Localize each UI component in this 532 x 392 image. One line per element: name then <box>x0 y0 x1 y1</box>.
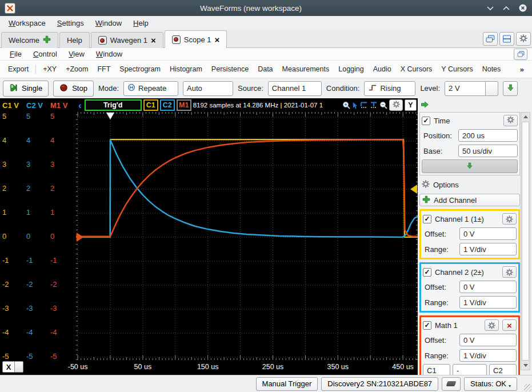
device-icon[interactable] <box>442 377 461 391</box>
tab-help[interactable]: Help <box>59 32 90 48</box>
menu-item-control[interactable]: Control <box>28 49 62 59</box>
math-1-checkbox[interactable]: ✓ <box>423 321 431 330</box>
resize-grip[interactable] <box>524 384 531 391</box>
time-checkbox[interactable]: ✓ <box>422 117 430 125</box>
device-button[interactable]: Discovery2 SN:210321ABDE87 <box>321 377 438 391</box>
channel-2-2--range-select[interactable]: 1 V/div <box>459 296 517 309</box>
condition-select[interactable]: Rising <box>364 81 415 96</box>
toolbar-item-fft[interactable]: FFT <box>93 63 115 75</box>
toolbar-item-histogram[interactable]: Histogram <box>165 63 207 75</box>
channel-2-2--checkbox[interactable]: ✓ <box>423 268 431 277</box>
math-1-range-select[interactable]: 1 V/div <box>459 349 517 362</box>
menu-item-workspace[interactable]: Workspace <box>3 18 51 29</box>
minimize-icon[interactable] <box>486 6 494 11</box>
collapse-left-icon[interactable]: ‹ <box>77 101 83 110</box>
mode-select[interactable]: Repeated <box>123 81 178 96</box>
tile-windows-icon[interactable] <box>499 32 514 46</box>
base-select[interactable]: 50 us/div <box>458 145 518 157</box>
manual-trigger-button[interactable]: Manual Trigger <box>256 377 318 391</box>
axis-column-m1-v: M1 V <box>50 101 67 110</box>
axis-value: -3 <box>26 304 47 313</box>
stop-button[interactable]: Stop <box>53 81 94 97</box>
undock-window-icon[interactable] <box>514 49 527 60</box>
level-autoset-button[interactable] <box>503 81 518 96</box>
cascade-windows-icon[interactable] <box>483 32 498 46</box>
channel-1-1--checkbox[interactable]: ✓ <box>423 215 431 223</box>
toolbar-overflow-icon[interactable]: » <box>515 65 529 74</box>
y-axis-gutter: C1 V543210-1-2-3-4-5C2 V543210-1-2-3-4-5… <box>0 98 76 375</box>
channel-1-1--offset-select[interactable]: 0 V <box>459 227 517 240</box>
toolbar-item-persistence[interactable]: Persistence <box>207 63 253 75</box>
tab-welcome[interactable]: Welcome <box>1 32 58 48</box>
tab-scope-1[interactable]: Scope 1× <box>165 30 227 48</box>
math-1-offset-select[interactable]: 0 V <box>459 334 517 346</box>
maximize-icon[interactable] <box>502 6 510 11</box>
x-cursor2-icon[interactable] <box>370 102 378 109</box>
plot-settings-gear-icon[interactable] <box>389 99 403 111</box>
toolbar-item--xy[interactable]: +XY <box>38 63 61 75</box>
axis-value: -1 <box>2 256 23 265</box>
toolbar-item-data[interactable]: Data <box>253 63 277 75</box>
channel2-header-button[interactable]: C2 <box>160 99 175 111</box>
level-input[interactable]: 2 V <box>445 81 486 96</box>
green-right-arrow-icon[interactable] <box>421 101 429 110</box>
toolbar-item-spectrogram[interactable]: Spectrogram <box>115 63 165 75</box>
menu-item-view[interactable]: View <box>63 49 90 59</box>
math1-header-button[interactable]: M1 <box>177 99 191 111</box>
toolbar-item-logging[interactable]: Logging <box>334 63 369 75</box>
axis-value: 3 <box>2 160 23 169</box>
zoom-in-icon[interactable] <box>342 101 350 109</box>
settings-gear-icon[interactable] <box>516 32 531 46</box>
toolbar-item--zoom[interactable]: +Zoom <box>61 63 93 75</box>
toolbar-item-notes[interactable]: Notes <box>478 63 506 75</box>
axis-value: 1 <box>26 208 47 217</box>
channel-1-1--gear-icon[interactable] <box>502 213 517 225</box>
scroll-down-icon[interactable] <box>521 361 530 370</box>
toolbar-item-x-cursors[interactable]: X Cursors <box>396 63 437 75</box>
menu-item-file[interactable]: File <box>5 49 27 59</box>
close-tab-icon[interactable]: × <box>151 36 156 45</box>
axis-value: 0 <box>2 232 23 241</box>
close-tab-icon[interactable]: × <box>214 35 219 44</box>
toolbar-item-export[interactable]: Export <box>3 63 33 75</box>
menu-item-window[interactable]: Window <box>91 49 127 59</box>
pointer-icon[interactable] <box>352 102 358 109</box>
scrollbar-thumb[interactable] <box>522 122 529 361</box>
menu-item-settings[interactable]: Settings <box>52 18 89 29</box>
instrument-tabbar: WelcomeHelpWavegen 1×Scope 1× <box>0 30 532 48</box>
source-select[interactable]: Channel 1 <box>268 81 322 96</box>
scroll-up-icon[interactable] <box>521 113 530 121</box>
menu-item-window[interactable]: Window <box>90 18 127 29</box>
sidebar-scrollbar[interactable] <box>521 112 530 370</box>
x-axis-dropdown-icon[interactable] <box>15 361 23 373</box>
channel-1-1--range-select[interactable]: 1 V/div <box>459 243 517 255</box>
y-axis-button[interactable]: Y <box>405 99 417 111</box>
axis-value: 5 <box>26 112 47 121</box>
waveform-plot[interactable] <box>76 112 418 360</box>
x-tick-label: 50 us <box>134 363 152 371</box>
math-1-gear-icon[interactable] <box>485 319 499 331</box>
channel1-header-button[interactable]: C1 <box>143 99 158 111</box>
zoom-out-icon[interactable] <box>379 101 387 109</box>
level-dropdown-icon[interactable] <box>486 81 498 96</box>
x-axis-button[interactable]: X <box>2 361 15 373</box>
add-channel-dropdown[interactable]: Add Channel <box>419 194 520 206</box>
axis-value: 3 <box>26 160 47 169</box>
single-button[interactable]: 1 Single <box>3 81 49 97</box>
position-select[interactable]: 200 us <box>458 129 518 142</box>
close-icon[interactable] <box>518 3 527 13</box>
tab-wavegen-1[interactable]: Wavegen 1× <box>91 32 163 48</box>
time-gear-icon[interactable] <box>503 115 518 126</box>
auto-select[interactable]: Auto <box>183 81 233 96</box>
x-cursor-icon[interactable] <box>360 102 368 109</box>
channel-2-2--offset-select[interactable]: 0 V <box>459 281 517 293</box>
remove-math-1-icon[interactable]: × <box>502 319 517 331</box>
toolbar-item-measurements[interactable]: Measurements <box>278 63 334 75</box>
options-dropdown[interactable]: Options <box>419 178 520 191</box>
channel-2-2--gear-icon[interactable] <box>502 266 517 278</box>
toolbar-item-y-cursors[interactable]: Y Cursors <box>437 63 477 75</box>
toolbar-item-audio[interactable]: Audio <box>369 63 396 75</box>
timebase-decrease-button[interactable] <box>422 159 518 173</box>
status-button[interactable]: Status: OK ▾ <box>464 377 517 391</box>
menu-item-help[interactable]: Help <box>128 18 154 29</box>
